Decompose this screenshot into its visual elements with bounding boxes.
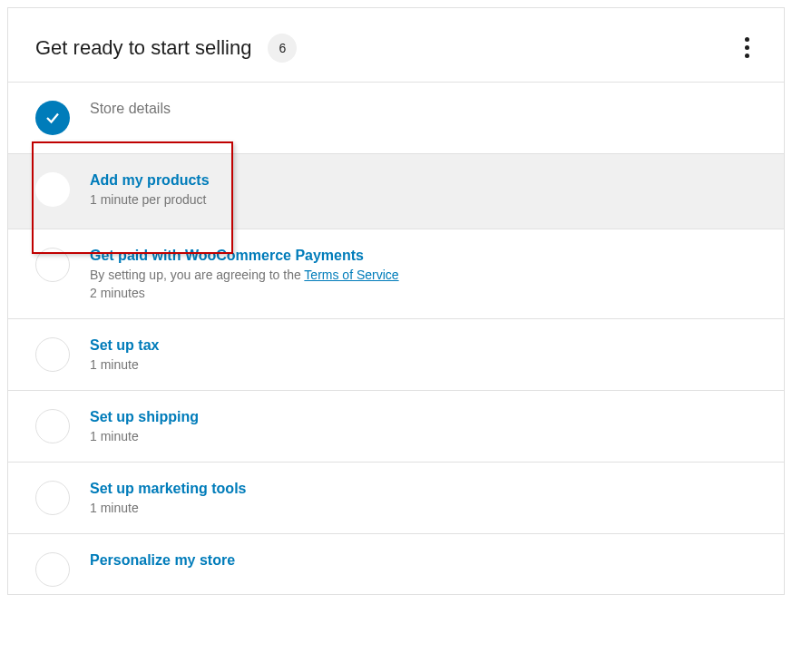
check-icon: [44, 110, 61, 126]
task-setup-shipping[interactable]: Set up shipping 1 minute: [8, 391, 784, 463]
task-time: 1 minute: [90, 429, 757, 443]
task-title: Store details: [90, 101, 171, 117]
task-time: 1 minute: [90, 357, 757, 372]
task-store-details[interactable]: Store details: [8, 83, 784, 154]
task-personalize-store[interactable]: Personalize my store: [8, 534, 784, 594]
terms-of-service-link[interactable]: Terms of Service: [304, 268, 398, 282]
task-title: Personalize my store: [90, 552, 757, 569]
task-add-products[interactable]: Add my products 1 minute per product: [8, 154, 784, 229]
task-status-pending: [35, 552, 70, 587]
task-subtitle: 1 minute per product: [90, 192, 757, 207]
subtitle-text: By setting up, you are agreeing to the: [90, 268, 304, 282]
task-title: Get paid with WooCommerce Payments: [90, 248, 757, 264]
task-title: Set up shipping: [90, 409, 757, 425]
task-setup-tax[interactable]: Set up tax 1 minute: [8, 319, 784, 391]
kebab-icon: [745, 54, 749, 58]
task-title: Set up marketing tools: [90, 481, 757, 497]
more-options-button[interactable]: [738, 30, 757, 65]
task-status-pending: [35, 248, 70, 282]
task-title: Set up tax: [90, 337, 757, 354]
task-list: Store details Add my products 1 minute p…: [8, 83, 784, 594]
task-status-completed: [35, 101, 70, 135]
task-status-pending: [35, 337, 70, 372]
task-marketing-tools[interactable]: Set up marketing tools 1 minute: [8, 463, 784, 534]
task-status-pending: [35, 481, 70, 515]
task-title: Add my products: [90, 172, 757, 189]
kebab-icon: [745, 45, 749, 50]
setup-card: Get ready to start selling 6 Store detai…: [7, 7, 785, 595]
card-header: Get ready to start selling 6: [8, 8, 784, 83]
task-get-paid[interactable]: Get paid with WooCommerce Payments By se…: [8, 229, 784, 319]
task-subtitle: By setting up, you are agreeing to the T…: [90, 268, 757, 282]
task-status-pending: [35, 409, 70, 443]
task-time: 2 minutes: [90, 286, 757, 300]
header-title: Get ready to start selling: [35, 36, 251, 60]
task-time: 1 minute: [90, 501, 757, 515]
task-status-pending: [35, 172, 70, 207]
kebab-icon: [745, 37, 749, 42]
task-count-badge: 6: [268, 34, 297, 63]
